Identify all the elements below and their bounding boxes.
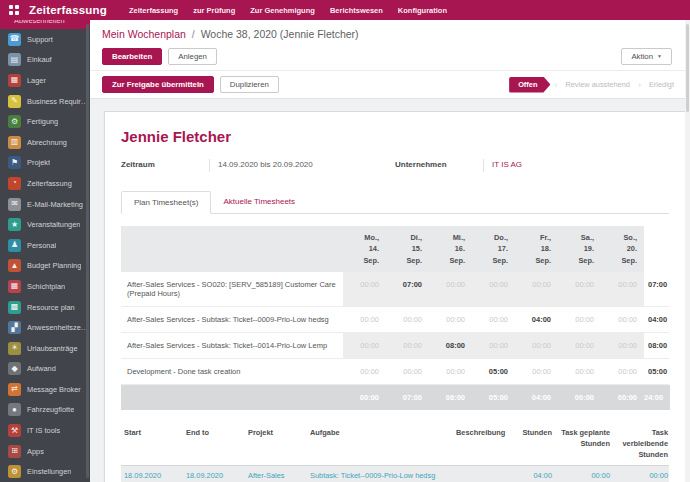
plan-day-cell[interactable]: 00:00 xyxy=(429,272,472,306)
plan-day-cell[interactable]: 00:00 xyxy=(386,359,429,384)
stage-erledigt[interactable]: Erledigt xyxy=(645,80,678,89)
plan-day-cell[interactable]: 05:00 xyxy=(472,359,515,384)
plan-row-total: 05:00 xyxy=(644,359,674,384)
top-menu-item-berichtswesen[interactable]: Berichtswesen xyxy=(330,6,383,15)
timesheet-column-header: Start xyxy=(121,424,183,464)
accounting-icon: ▥ xyxy=(8,136,21,149)
create-button[interactable]: Anlegen xyxy=(168,48,217,65)
plan-table-row[interactable]: After-Sales Services - SO020: [SERV_5851… xyxy=(121,272,669,307)
plan-day-cell[interactable]: 00:00 xyxy=(601,359,644,384)
plan-day-cell[interactable]: 00:00 xyxy=(343,359,386,384)
sidebar-item-einkauf[interactable]: ▤Einkauf xyxy=(0,50,90,71)
top-menu-item-zur-genehmigung[interactable]: Zur Genehmigung xyxy=(250,6,315,15)
plan-day-cell[interactable]: 00:00 xyxy=(558,307,601,332)
plan-day-cell[interactable]: 00:00 xyxy=(472,272,515,306)
plan-day-cell[interactable]: 00:00 xyxy=(515,272,558,306)
sidebar-item-veranstaltungen[interactable]: ★Veranstaltungen xyxy=(0,214,90,235)
plan-day-cell[interactable]: 00:00 xyxy=(515,359,558,384)
sidebar-item-fertigung[interactable]: ⚙Fertigung xyxy=(0,111,90,132)
plan-table-row[interactable]: After-Sales Services - Subtask: Ticket--… xyxy=(121,307,669,333)
plan-day-header: Di., 15. Sep. xyxy=(386,226,429,272)
top-menu-item-zeiterfassung[interactable]: Zeiterfassung xyxy=(129,6,178,15)
tab-aktuelle-timesheets[interactable]: Aktuelle Timesheets xyxy=(211,191,307,214)
company-link[interactable]: IT IS AG xyxy=(483,159,612,172)
action-menu-button[interactable]: Aktion▼ xyxy=(621,48,672,65)
resource-plan-icon: ▩ xyxy=(8,301,21,314)
sidebar-item-partial-top[interactable]: Abwesenheiten xyxy=(0,20,90,29)
top-menu-item-zur-pr-fung[interactable]: zur Prüfung xyxy=(193,6,235,15)
plan-day-cell[interactable]: 00:00 xyxy=(601,307,644,332)
timesheet-list-table: StartEnd toProjektAufgabeBeschreibungStu… xyxy=(121,424,669,482)
plan-day-cell[interactable]: 00:00 xyxy=(558,359,601,384)
sidebar-item-label: Fahrzeugflotte xyxy=(27,405,74,414)
plan-day-cell[interactable]: 00:00 xyxy=(343,307,386,332)
plan-day-cell[interactable]: 00:00 xyxy=(386,333,429,358)
sidebar-item-projekt[interactable]: ⚑Projekt xyxy=(0,153,90,174)
sidebar-item-e-mail-marketing[interactable]: ✉E-Mail-Marketing xyxy=(0,194,90,215)
plan-day-cell[interactable]: 00:00 xyxy=(429,359,472,384)
scrollbar-thumb[interactable] xyxy=(686,24,689,112)
edit-button[interactable]: Bearbeiten xyxy=(102,48,162,65)
sidebar-item-apps[interactable]: ⊞Apps xyxy=(0,441,90,462)
plan-day-cell[interactable]: 00:00 xyxy=(558,333,601,358)
plan-day-cell[interactable]: 00:00 xyxy=(472,307,515,332)
sidebar-item-support[interactable]: ☎Support xyxy=(0,29,90,50)
sidebar-scrollbar[interactable] xyxy=(86,24,89,478)
submit-for-approval-button[interactable]: Zur Freigabe übermitteln xyxy=(102,76,214,93)
sidebar-item-it-is-tools[interactable]: ⚒IT IS tools xyxy=(0,420,90,441)
apps-grid-icon[interactable] xyxy=(9,5,19,15)
sidebar-item-lager[interactable]: ▦Lager xyxy=(0,70,90,91)
breadcrumb-separator: / xyxy=(192,28,195,40)
timesheet-cell: 18.09.2020 15:52:36 xyxy=(183,466,245,482)
plan-day-cell[interactable]: 00:00 xyxy=(515,333,558,358)
sidebar-item-urlaubsantr-ge[interactable]: ☀Urlaubsanträge xyxy=(0,338,90,359)
fleet-icon: ● xyxy=(8,403,21,416)
timesheet-icon: ◔ xyxy=(8,177,21,190)
plan-table-totals: 00:0007:0008:0005:0004:0000:0000:0024:00 xyxy=(121,385,669,410)
sidebar-item-aufwand[interactable]: ◆Aufwand xyxy=(0,359,90,380)
sidebar-item-business-requireme-[interactable]: ✎Business Requireme... xyxy=(0,91,90,112)
plan-day-cell[interactable]: 00:00 xyxy=(343,272,386,306)
window-scrollbar[interactable] xyxy=(685,20,690,482)
duplicate-button[interactable]: Duplizieren xyxy=(220,76,279,93)
breadcrumb-link[interactable]: Mein Wochenplan xyxy=(102,28,186,40)
timesheet-cell: 00:00 xyxy=(613,466,671,482)
events-icon: ★ xyxy=(8,218,21,231)
action-menu-label: Aktion xyxy=(631,52,653,61)
plan-row-label: After-Sales Services - Subtask: Ticket--… xyxy=(121,307,343,332)
plan-day-cell[interactable]: 07:00 xyxy=(386,272,429,306)
support-icon: ☎ xyxy=(8,33,21,46)
sidebar-item-schichtplan[interactable]: ▦Schichtplan xyxy=(0,276,90,297)
sidebar-item-label: E-Mail-Marketing xyxy=(27,200,83,209)
timesheet-row[interactable]: 18.09.2020 11:52:3618.09.2020 15:52:36Af… xyxy=(121,466,669,482)
sidebar-item-label: Budget Planning xyxy=(27,261,81,270)
plan-day-cell[interactable]: 00:00 xyxy=(472,333,515,358)
status-stages: Offen›Review ausstehend›Erledigt xyxy=(509,77,678,93)
plan-day-cell[interactable]: 00:00 xyxy=(601,272,644,306)
plan-day-cell[interactable]: 00:00 xyxy=(429,307,472,332)
stage-review-ausstehend[interactable]: Review ausstehend xyxy=(561,80,634,89)
app-title[interactable]: Zeiterfassung xyxy=(29,4,107,16)
sidebar-item-einstellungen[interactable]: ⚙Einstellungen xyxy=(0,461,90,482)
plan-table-row[interactable]: Development - Done task creation00:0000:… xyxy=(121,359,669,385)
plan-day-cell[interactable]: 00:00 xyxy=(386,307,429,332)
plan-table-row[interactable]: After-Sales Services - Subtask: Ticket--… xyxy=(121,333,669,359)
sidebar-item-budget-planning[interactable]: ▲Budget Planning xyxy=(0,256,90,277)
sidebar: Abwesenheiten☎Support▤Einkauf▦Lager✎Busi… xyxy=(0,20,90,482)
plan-day-cell[interactable]: 00:00 xyxy=(558,272,601,306)
stage-offen[interactable]: Offen xyxy=(509,77,550,93)
sidebar-item-anwesenheitszeiten[interactable]: ▞Anwesenheitszeiten xyxy=(0,317,90,338)
tab-plan-timesheet-s-[interactable]: Plan Timesheet(s) xyxy=(121,191,211,214)
plan-day-cell[interactable]: 00:00 xyxy=(343,333,386,358)
sidebar-item-personal[interactable]: ♟Personal xyxy=(0,235,90,256)
sidebar-item-message-broker[interactable]: ⇄Message Broker xyxy=(0,379,90,400)
field-value: 14.09.2020 bis 20.09.2020 xyxy=(209,159,338,172)
top-menu-item-konfiguration[interactable]: Konfiguration xyxy=(398,6,447,15)
sidebar-item-resource-plan[interactable]: ▩Resource plan xyxy=(0,297,90,318)
plan-day-cell[interactable]: 00:00 xyxy=(601,333,644,358)
sidebar-item-zeiterfassung[interactable]: ◔Zeiterfassung xyxy=(0,173,90,194)
plan-day-cell[interactable]: 08:00 xyxy=(429,333,472,358)
sidebar-item-abrechnung[interactable]: ▥Abrechnung xyxy=(0,132,90,153)
sidebar-item-fahrzeugflotte[interactable]: ●Fahrzeugflotte xyxy=(0,400,90,421)
plan-day-cell[interactable]: 04:00 xyxy=(515,307,558,332)
